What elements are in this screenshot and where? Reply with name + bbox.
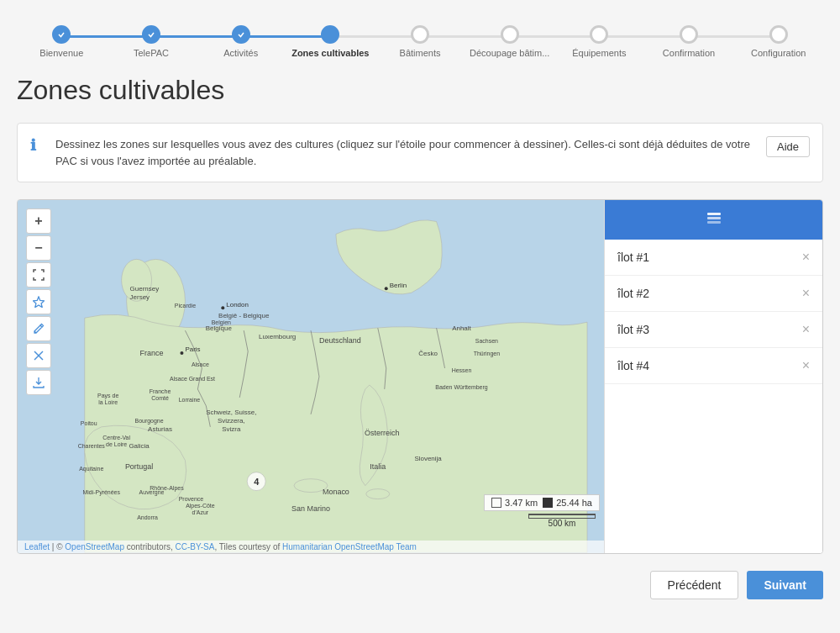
svg-text:France: France <box>140 349 164 357</box>
svg-text:Österreich: Österreich <box>365 429 399 437</box>
svg-text:Charentes: Charentes <box>78 443 106 449</box>
legend-ha: 25.44 ha <box>543 498 592 508</box>
svg-text:la Loire: la Loire <box>98 399 118 405</box>
svg-text:d'Azur: d'Azur <box>192 509 209 515</box>
step-3: Zones cultivables <box>286 25 375 58</box>
step-label-4: Bâtiments <box>400 48 441 58</box>
svg-text:Italia: Italia <box>370 462 386 471</box>
prev-button[interactable]: Précédent <box>650 571 739 599</box>
info-box: ℹ Dessinez les zones sur lesquelles vous… <box>17 123 823 182</box>
map-panel[interactable]: France Belgique Luxembourg Deutschland Č… <box>18 200 604 553</box>
svg-text:Alsace: Alsace <box>170 376 187 382</box>
svg-rect-63 <box>707 213 721 215</box>
step-circle-7 <box>680 25 698 44</box>
svg-text:Slovenija: Slovenija <box>414 455 442 462</box>
layers-icon <box>705 208 723 231</box>
svg-text:Pays de: Pays de <box>97 393 118 399</box>
delete-draw-button[interactable] <box>26 343 51 368</box>
footer: Précédent Suivant <box>17 571 823 608</box>
svg-text:Monaco: Monaco <box>323 488 349 496</box>
svg-text:Svizra: Svizra <box>222 425 241 433</box>
step-8: Configuration <box>733 25 823 58</box>
map-legend: 3.47 km 25.44 ha <box>484 494 600 511</box>
svg-point-54 <box>385 287 388 290</box>
step-4: Bâtiments <box>375 25 465 58</box>
svg-text:Anhalt: Anhalt <box>452 324 471 332</box>
svg-text:4: 4 <box>254 477 260 487</box>
legend-km-label: 3.47 km <box>505 498 538 508</box>
zoom-out-button[interactable]: − <box>26 235 51 261</box>
step-circle-0 <box>52 25 71 44</box>
step-label-0: Bienvenue <box>39 48 83 58</box>
step-7: Confirmation <box>644 25 734 58</box>
svg-text:San Marino: San Marino <box>291 504 330 513</box>
svg-text:Česko: Česko <box>418 350 438 357</box>
ilot-sidebar: îlot #1×îlot #2×îlot #3×îlot #4× <box>604 200 822 553</box>
svg-text:Rhône-Alpes: Rhône-Alpes <box>150 485 184 492</box>
svg-text:Berlin: Berlin <box>390 282 407 289</box>
step-circle-1 <box>142 25 160 44</box>
hot-link[interactable]: Humanitarian OpenStreetMap Team <box>282 542 417 551</box>
svg-text:België - Belgique: België - Belgique <box>218 312 270 319</box>
svg-text:Centre-Val: Centre-Val <box>102 435 130 440</box>
svg-text:Poitou: Poitou <box>81 420 97 426</box>
svg-text:de Loire: de Loire <box>106 441 127 447</box>
legend-outline-icon <box>491 498 501 508</box>
svg-text:Sachsen: Sachsen <box>475 338 498 344</box>
star-button[interactable] <box>26 289 51 314</box>
ilot-remove-button-0[interactable]: × <box>802 250 810 265</box>
svg-text:Aquitaine: Aquitaine <box>79 466 103 472</box>
svg-text:Baden Württemberg: Baden Württemberg <box>435 384 487 391</box>
aide-button[interactable]: Aide <box>766 136 810 157</box>
svg-text:Andorra: Andorra <box>137 514 158 520</box>
step-circle-3 <box>321 25 339 44</box>
svg-text:Jersey: Jersey <box>130 293 150 301</box>
step-label-3: Zones cultivables <box>291 48 369 58</box>
svg-point-4 <box>366 489 390 499</box>
zoom-in-button[interactable]: + <box>26 208 51 234</box>
ilot-remove-button-2[interactable]: × <box>802 322 810 337</box>
edit-button[interactable] <box>26 316 51 341</box>
ilot-item: îlot #2× <box>605 276 822 312</box>
stepper: BienvenueTelePACActivitésZones cultivabl… <box>17 17 823 75</box>
svg-rect-64 <box>707 217 721 219</box>
download-button[interactable] <box>26 370 51 395</box>
step-2: Activités <box>196 25 286 58</box>
svg-text:Svizzera,: Svizzera, <box>218 417 245 425</box>
sidebar-header <box>605 200 822 240</box>
fullscreen-button[interactable] <box>26 262 51 287</box>
svg-marker-60 <box>34 297 45 308</box>
step-0: Bienvenue <box>17 25 107 58</box>
step-label-8: Configuration <box>751 48 806 58</box>
svg-text:Hessen: Hessen <box>452 367 472 373</box>
svg-text:Grand Est: Grand Est <box>189 376 215 382</box>
svg-text:Midi-Pyrénées: Midi-Pyrénées <box>82 489 120 496</box>
cc-by-sa-link[interactable]: CC-BY-SA <box>176 542 215 551</box>
ilot-list: îlot #1×îlot #2×îlot #3×îlot #4× <box>605 240 822 384</box>
step-circle-6 <box>590 25 608 44</box>
legend-km: 3.47 km <box>491 498 538 508</box>
step-label-2: Activités <box>223 48 258 58</box>
osm-link[interactable]: OpenStreetMap <box>65 542 124 551</box>
svg-text:Picardie: Picardie <box>175 303 196 309</box>
ilot-remove-button-3[interactable]: × <box>802 358 810 373</box>
next-button[interactable]: Suivant <box>747 571 823 599</box>
scale-bar: 500 km <box>528 514 596 528</box>
svg-text:Asturias: Asturias <box>148 425 172 433</box>
info-content: ℹ Dessinez les zones sur lesquelles vous… <box>30 136 753 169</box>
svg-text:Deutschland: Deutschland <box>319 336 361 345</box>
svg-text:Thüringen: Thüringen <box>474 351 501 357</box>
ilot-remove-button-1[interactable]: × <box>802 286 810 301</box>
svg-text:Portugal: Portugal <box>125 462 153 471</box>
map-container: France Belgique Luxembourg Deutschland Č… <box>17 199 823 554</box>
info-icon: ℹ <box>30 136 47 155</box>
leaflet-link[interactable]: Leaflet <box>24 542 50 551</box>
legend-ha-label: 25.44 ha <box>556 498 592 508</box>
step-circle-4 <box>411 25 429 44</box>
step-circle-8 <box>769 25 788 44</box>
step-circle-2 <box>232 25 250 44</box>
step-6: Équipements <box>554 25 644 58</box>
svg-text:Luxembourg: Luxembourg <box>259 333 296 340</box>
svg-text:Belgien: Belgien <box>212 319 231 326</box>
svg-text:Galicia: Galicia <box>129 442 150 450</box>
